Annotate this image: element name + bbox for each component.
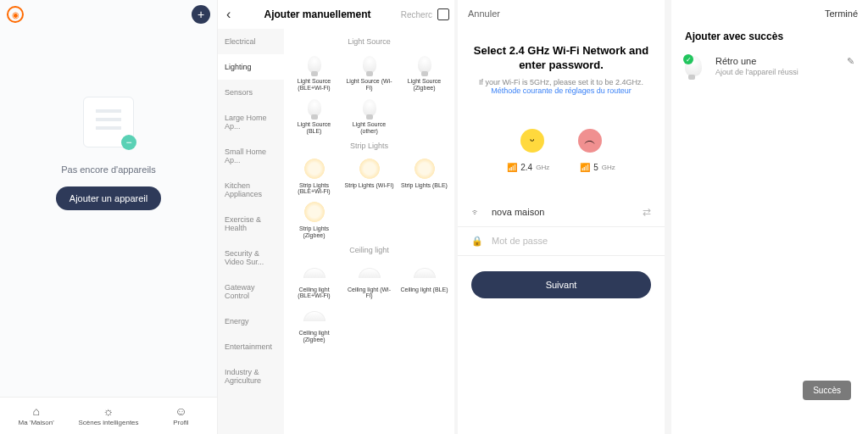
category-item[interactable]: Lighting [218,54,284,80]
bottom-nav: ⌂Ma 'Maison'☼Scènes intelligentes☺Profil [0,397,217,434]
lock-icon: 🔒 [471,236,483,247]
router-help-link[interactable]: Méthode courante de réglages du routeur [491,86,632,95]
home-empty-pane: ◉ + − Pas encore d'appareils Ajouter un … [0,0,217,434]
edit-icon[interactable]: ✎ [847,56,854,67]
device-label: Light Source (Zigbee) [399,78,449,91]
nav-icon: ☺ [175,405,186,417]
sad-face-icon: ︵ [578,129,602,153]
password-field[interactable]: 🔒 [458,227,665,256]
nav-icon: ☼ [103,405,114,417]
category-item[interactable]: Kitchen Appliances [218,173,284,207]
category-item[interactable]: Entertainment [218,334,284,359]
device-row: Light Source (BLE+Wi-Fi)Light Source (Wi… [287,51,451,136]
wifi-icon: ᯤ [471,207,483,217]
device-item[interactable]: Strip Lights (BLE) [398,155,451,197]
device-item[interactable]: Light Source (BLE+Wi-Fi) [287,51,341,92]
nav-item[interactable]: ☼Scènes intelligentes [72,398,144,434]
category-item[interactable]: Gateway Control [218,275,284,309]
device-label: Light Source (BLE) [289,121,339,134]
empty-message: Pas encore d'appareils [61,164,156,175]
category-item[interactable]: Small Home Ap... [218,139,284,173]
bulb-icon [358,53,381,76]
device-label: Strip Lights (Zigbee) [289,225,339,238]
topbar: ◉ + [0,0,217,29]
device-grid: Light SourceLight Source (BLE+Wi-Fi)Ligh… [284,29,454,434]
body: ElectricalLightingSensorsLarge Home Ap..… [218,29,454,434]
wifi-sub-pre: If your Wi-Fi is 5GHz, please set it to … [479,78,643,86]
add-manual-pane: ‹ Ajouter manuellement Recherc Electrica… [217,0,454,434]
bulb-icon [358,96,381,120]
wifi-subtitle: If your Wi-Fi is 5GHz, please set it to … [458,78,665,95]
device-label: Light Source (other) [344,121,394,134]
freq-5: 📶5GHz [580,163,615,172]
device-item[interactable]: Light Source (BLE) [287,94,341,136]
device-label: Ceiling light (Zigbee) [289,330,339,342]
section-title: Strip Lights [287,142,451,150]
nav-item[interactable]: ☺Profil [145,398,217,434]
device-item[interactable]: Ceiling light (BLE) [398,259,451,301]
nav-icon: ⌂ [32,405,39,417]
cancel-button[interactable]: Annuler [458,0,665,27]
device-name: Rétro une [715,56,798,66]
freq-24: 📶2.4GHz [507,163,549,172]
device-item[interactable]: Strip Lights (Zigbee) [287,198,341,240]
device-item[interactable]: Light Source (Zigbee) [398,51,451,92]
ssid-value: nova maison [492,207,544,217]
bulb-icon [303,96,326,120]
strip-icon [303,157,326,181]
section-title: Ceiling light [287,246,451,254]
nav-label: Profil [173,419,188,426]
device-item[interactable]: Strip Lights (BLE+Wi-Fi) [287,155,341,197]
strip-icon [303,200,326,224]
category-list: ElectricalLightingSensorsLarge Home Ap..… [218,29,284,434]
back-icon[interactable]: ‹ [223,7,234,22]
device-label: Ceiling light (BLE) [400,287,448,293]
freq-labels: 📶2.4GHz 📶5GHz [458,163,665,172]
nav-label: Scènes intelligentes [78,419,138,426]
device-item[interactable]: Ceiling light (BLE+Wi-Fi) [287,259,341,301]
device-item[interactable]: Strip Lights (Wi-Fi) [342,155,396,197]
next-button[interactable]: Suivant [471,271,651,298]
search-hint[interactable]: Recherc [401,10,432,19]
category-item[interactable]: Sensors [218,80,284,105]
page-title: Ajouter manuellement [239,8,395,20]
password-input[interactable] [492,236,651,246]
device-label: Strip Lights (BLE+Wi-Fi) [289,182,339,195]
ssid-field[interactable]: ᯤ nova maison ⇄ [458,198,665,227]
swap-icon[interactable]: ⇄ [643,206,651,218]
device-info: Rétro une Ajout de l'appareil réussi [715,56,798,76]
device-item[interactable]: Light Source (Wi-Fi) [342,51,396,92]
wifi-icon: 📶 [507,163,517,172]
category-item[interactable]: Exercise & Health [218,207,284,241]
device-label: Light Source (BLE+Wi-Fi) [289,78,339,91]
device-item[interactable]: Ceiling light (Zigbee) [287,303,341,344]
bulb-icon [303,53,326,76]
add-button[interactable]: + [192,5,210,24]
category-item[interactable]: Security & Video Sur... [218,241,284,275]
device-label: Strip Lights (Wi-Fi) [345,182,394,189]
device-label: Strip Lights (BLE) [401,182,448,189]
nav-item[interactable]: ⌂Ma 'Maison' [0,398,72,434]
device-icon: ✓ [685,56,707,81]
done-button[interactable]: Terminé [671,0,868,27]
add-device-button[interactable]: Ajouter un appareil [56,186,161,210]
ceil-icon [303,304,326,328]
device-label: Ceiling light (Wi-Fi) [344,287,394,299]
device-row: Ceiling light (BLE+Wi-Fi)Ceiling light (… [287,259,451,345]
device-label: Light Source (Wi-Fi) [344,78,394,91]
section-title: Light Source [287,37,451,46]
device-item[interactable]: Light Source (other) [342,94,396,136]
scan-icon[interactable] [437,8,449,20]
strip-icon [413,157,437,181]
ceil-icon [303,261,326,285]
category-item[interactable]: Electrical [218,29,284,54]
category-item[interactable]: Large Home Ap... [218,105,284,139]
category-item[interactable]: Energy [218,309,284,334]
device-card: ✓ Rétro une Ajout de l'appareil réussi ✎ [671,56,868,81]
category-item[interactable]: Industry & Agriculture [218,359,284,393]
device-item[interactable]: Ceiling light (Wi-Fi) [342,259,396,301]
bulb-icon [413,53,437,76]
document-illustration-icon: − [83,97,134,147]
nav-label: Ma 'Maison' [19,419,54,426]
success-toast: Succès [803,381,851,400]
